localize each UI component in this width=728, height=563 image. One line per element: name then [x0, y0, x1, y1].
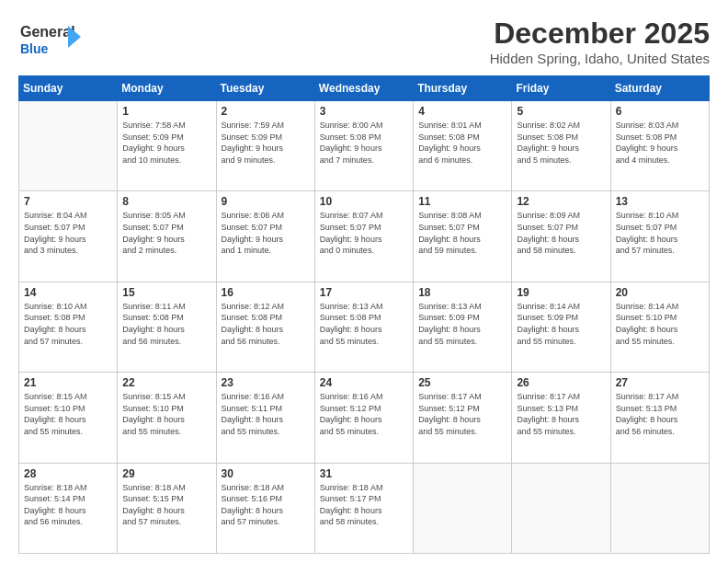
col-thursday: Thursday: [414, 76, 512, 101]
table-row: 12Sunrise: 8:09 AM Sunset: 5:07 PM Dayli…: [512, 191, 610, 282]
day-info: Sunrise: 8:16 AM Sunset: 5:11 PM Dayligh…: [222, 391, 310, 437]
calendar-header-row: Sunday Monday Tuesday Wednesday Thursday…: [19, 76, 710, 101]
day-number: 13: [616, 195, 704, 208]
day-info: Sunrise: 8:16 AM Sunset: 5:12 PM Dayligh…: [320, 391, 408, 437]
day-number: 30: [222, 467, 310, 480]
day-info: Sunrise: 8:17 AM Sunset: 5:13 PM Dayligh…: [517, 391, 605, 437]
day-number: 25: [418, 376, 506, 389]
table-row: 15Sunrise: 8:11 AM Sunset: 5:08 PM Dayli…: [118, 282, 216, 372]
table-row: 16Sunrise: 8:12 AM Sunset: 5:08 PM Dayli…: [216, 282, 314, 372]
table-row: 21Sunrise: 8:15 AM Sunset: 5:10 PM Dayli…: [19, 373, 118, 463]
calendar-table: Sunday Monday Tuesday Wednesday Thursday…: [18, 75, 710, 554]
main-title: December 2025: [490, 17, 710, 51]
day-info: Sunrise: 8:17 AM Sunset: 5:13 PM Dayligh…: [616, 391, 704, 437]
table-row: 17Sunrise: 8:13 AM Sunset: 5:08 PM Dayli…: [314, 282, 413, 372]
table-row: 23Sunrise: 8:16 AM Sunset: 5:11 PM Dayli…: [216, 373, 314, 463]
day-info: Sunrise: 8:10 AM Sunset: 5:08 PM Dayligh…: [24, 301, 112, 347]
table-row: [512, 463, 610, 553]
day-info: Sunrise: 8:10 AM Sunset: 5:07 PM Dayligh…: [616, 210, 704, 256]
day-number: 17: [320, 286, 408, 299]
table-row: [19, 101, 118, 191]
col-tuesday: Tuesday: [216, 76, 314, 101]
day-number: 10: [320, 195, 408, 208]
day-number: 28: [24, 467, 112, 480]
day-number: 22: [122, 376, 210, 389]
day-number: 4: [418, 105, 506, 118]
table-row: 5Sunrise: 8:02 AM Sunset: 5:08 PM Daylig…: [512, 101, 610, 191]
day-info: Sunrise: 8:15 AM Sunset: 5:10 PM Dayligh…: [24, 391, 112, 437]
day-number: 9: [222, 195, 310, 208]
day-number: 20: [616, 286, 704, 299]
table-row: 11Sunrise: 8:08 AM Sunset: 5:07 PM Dayli…: [414, 191, 512, 282]
col-wednesday: Wednesday: [314, 76, 413, 101]
table-row: [414, 463, 512, 553]
day-info: Sunrise: 8:14 AM Sunset: 5:10 PM Dayligh…: [616, 301, 704, 347]
table-row: 2Sunrise: 7:59 AM Sunset: 5:09 PM Daylig…: [216, 101, 314, 191]
day-number: 31: [320, 467, 408, 480]
table-row: 20Sunrise: 8:14 AM Sunset: 5:10 PM Dayli…: [610, 282, 709, 372]
day-info: Sunrise: 8:13 AM Sunset: 5:08 PM Dayligh…: [320, 301, 408, 347]
day-info: Sunrise: 8:09 AM Sunset: 5:07 PM Dayligh…: [517, 210, 605, 256]
day-info: Sunrise: 8:02 AM Sunset: 5:08 PM Dayligh…: [517, 120, 605, 166]
day-number: 2: [222, 105, 310, 118]
day-info: Sunrise: 8:18 AM Sunset: 5:14 PM Dayligh…: [24, 482, 112, 528]
calendar-week-row: 1Sunrise: 7:58 AM Sunset: 5:09 PM Daylig…: [19, 101, 710, 191]
day-number: 15: [122, 286, 210, 299]
table-row: 3Sunrise: 8:00 AM Sunset: 5:08 PM Daylig…: [314, 101, 413, 191]
day-info: Sunrise: 8:05 AM Sunset: 5:07 PM Dayligh…: [122, 210, 210, 256]
title-area: December 2025 Hidden Spring, Idaho, Unit…: [490, 17, 710, 66]
day-number: 19: [517, 286, 605, 299]
calendar-week-row: 7Sunrise: 8:04 AM Sunset: 5:07 PM Daylig…: [19, 191, 710, 282]
page: General Blue December 2025 Hidden Spring…: [0, 0, 728, 563]
day-number: 27: [616, 376, 704, 389]
day-number: 16: [222, 286, 310, 299]
subtitle: Hidden Spring, Idaho, United States: [490, 51, 710, 66]
day-info: Sunrise: 8:06 AM Sunset: 5:07 PM Dayligh…: [222, 210, 310, 256]
calendar-week-row: 28Sunrise: 8:18 AM Sunset: 5:14 PM Dayli…: [19, 463, 710, 553]
day-info: Sunrise: 8:00 AM Sunset: 5:08 PM Dayligh…: [320, 120, 408, 166]
day-number: 1: [122, 105, 210, 118]
col-friday: Friday: [512, 76, 610, 101]
day-number: 21: [24, 376, 112, 389]
table-row: 18Sunrise: 8:13 AM Sunset: 5:09 PM Dayli…: [414, 282, 512, 372]
day-info: Sunrise: 8:12 AM Sunset: 5:08 PM Dayligh…: [222, 301, 310, 347]
day-number: 7: [24, 195, 112, 208]
table-row: 10Sunrise: 8:07 AM Sunset: 5:07 PM Dayli…: [314, 191, 413, 282]
day-info: Sunrise: 8:04 AM Sunset: 5:07 PM Dayligh…: [24, 210, 112, 256]
calendar-week-row: 14Sunrise: 8:10 AM Sunset: 5:08 PM Dayli…: [19, 282, 710, 372]
table-row: [610, 463, 709, 553]
day-number: 26: [517, 376, 605, 389]
day-info: Sunrise: 8:15 AM Sunset: 5:10 PM Dayligh…: [122, 391, 210, 437]
header: General Blue December 2025 Hidden Spring…: [18, 17, 710, 66]
day-info: Sunrise: 8:14 AM Sunset: 5:09 PM Dayligh…: [517, 301, 605, 347]
day-number: 23: [222, 376, 310, 389]
day-number: 24: [320, 376, 408, 389]
day-info: Sunrise: 8:11 AM Sunset: 5:08 PM Dayligh…: [122, 301, 210, 347]
col-saturday: Saturday: [610, 76, 709, 101]
day-info: Sunrise: 8:18 AM Sunset: 5:15 PM Dayligh…: [122, 482, 210, 528]
day-number: 29: [122, 467, 210, 480]
day-number: 8: [122, 195, 210, 208]
table-row: 29Sunrise: 8:18 AM Sunset: 5:15 PM Dayli…: [118, 463, 216, 553]
table-row: 1Sunrise: 7:58 AM Sunset: 5:09 PM Daylig…: [118, 101, 216, 191]
day-info: Sunrise: 7:58 AM Sunset: 5:09 PM Dayligh…: [122, 120, 210, 166]
table-row: 26Sunrise: 8:17 AM Sunset: 5:13 PM Dayli…: [512, 373, 610, 463]
day-info: Sunrise: 8:18 AM Sunset: 5:16 PM Dayligh…: [222, 482, 310, 528]
table-row: 28Sunrise: 8:18 AM Sunset: 5:14 PM Dayli…: [19, 463, 118, 553]
logo: General Blue: [18, 17, 81, 61]
day-number: 14: [24, 286, 112, 299]
table-row: 27Sunrise: 8:17 AM Sunset: 5:13 PM Dayli…: [610, 373, 709, 463]
day-info: Sunrise: 8:01 AM Sunset: 5:08 PM Dayligh…: [418, 120, 506, 166]
day-info: Sunrise: 8:17 AM Sunset: 5:12 PM Dayligh…: [418, 391, 506, 437]
table-row: 25Sunrise: 8:17 AM Sunset: 5:12 PM Dayli…: [414, 373, 512, 463]
table-row: 22Sunrise: 8:15 AM Sunset: 5:10 PM Dayli…: [118, 373, 216, 463]
table-row: 4Sunrise: 8:01 AM Sunset: 5:08 PM Daylig…: [414, 101, 512, 191]
col-monday: Monday: [118, 76, 216, 101]
table-row: 6Sunrise: 8:03 AM Sunset: 5:08 PM Daylig…: [610, 101, 709, 191]
table-row: 13Sunrise: 8:10 AM Sunset: 5:07 PM Dayli…: [610, 191, 709, 282]
day-info: Sunrise: 8:18 AM Sunset: 5:17 PM Dayligh…: [320, 482, 408, 528]
day-number: 11: [418, 195, 506, 208]
day-info: Sunrise: 8:03 AM Sunset: 5:08 PM Dayligh…: [616, 120, 704, 166]
table-row: 19Sunrise: 8:14 AM Sunset: 5:09 PM Dayli…: [512, 282, 610, 372]
svg-text:General: General: [20, 24, 75, 40]
